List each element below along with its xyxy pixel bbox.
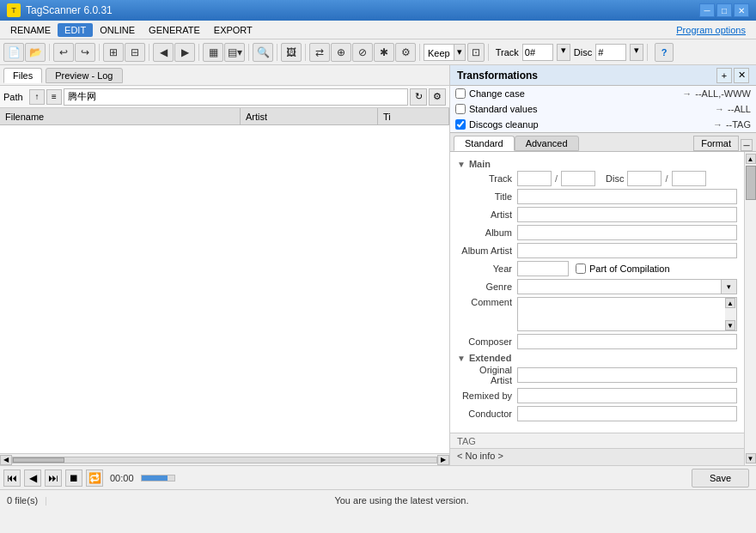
file-list[interactable]	[0, 125, 449, 453]
keep-dropdown-btn[interactable]: ▾	[454, 44, 466, 61]
path-input[interactable]	[64, 88, 408, 106]
menu-online[interactable]: ONLINE	[93, 23, 142, 37]
main-section-label: Main	[469, 159, 491, 169]
tab-preview-log[interactable]: Preview - Log	[46, 68, 122, 83]
genre-field-label: Genre	[457, 282, 517, 292]
path-settings-btn[interactable]: ⚙	[429, 88, 446, 106]
toolbar-btn-5b[interactable]: ▤▾	[224, 43, 245, 62]
artist-input[interactable]	[517, 207, 737, 222]
toolbar-prev-btn[interactable]: ◀	[153, 43, 174, 62]
menu-export[interactable]: EXPORT	[207, 23, 259, 37]
path-refresh-btn[interactable]: ↻	[410, 88, 427, 106]
toolbar-btn-6a[interactable]: ⇄	[309, 43, 330, 62]
h-scroll-thumb[interactable]	[13, 457, 64, 463]
toolbar-btn-3a[interactable]: ⊞	[103, 43, 124, 62]
tab-files[interactable]: Files	[3, 68, 42, 83]
toolbar-image-btn[interactable]: 🖼	[281, 43, 302, 62]
right-scroll-up-btn[interactable]: ▲	[746, 154, 756, 164]
toolbar-redo-btn[interactable]: ↪	[75, 43, 95, 62]
track-combo-btn[interactable]: ▾	[557, 44, 570, 61]
composer-input[interactable]	[517, 334, 737, 349]
disc-num-input[interactable]	[627, 171, 662, 186]
year-input[interactable]	[517, 261, 569, 276]
minimize-button[interactable]: ─	[699, 3, 715, 17]
h-scroll-right-btn[interactable]: ▶	[437, 455, 449, 465]
comment-field-label: Comment	[457, 297, 517, 307]
player-stop-btn[interactable]: ⏹	[65, 469, 82, 487]
right-scroll-thumb[interactable]	[746, 166, 756, 200]
trans-checkbox-1[interactable]	[455, 104, 466, 114]
remixed-by-input[interactable]	[517, 388, 737, 403]
volume-bar[interactable]	[141, 475, 175, 482]
track-field-row: Track / Disc /	[457, 171, 737, 186]
menu-rename[interactable]: RENAME	[3, 23, 58, 37]
toolbar-sep-8	[419, 44, 420, 61]
genre-input[interactable]	[517, 279, 722, 294]
title-input[interactable]	[517, 189, 737, 204]
format-button[interactable]: Format	[693, 136, 739, 151]
player-back-btn[interactable]: ◀	[24, 469, 41, 487]
toolbar-undo-btn[interactable]: ↩	[53, 43, 74, 62]
player-prev-btn[interactable]: ⏮	[3, 469, 21, 487]
menu-edit[interactable]: EDIT	[58, 23, 93, 37]
tag-tab-advanced[interactable]: Advanced	[515, 136, 579, 151]
comment-scroll-up[interactable]: ▲	[725, 298, 735, 308]
right-scroll-down-btn[interactable]: ▼	[746, 453, 756, 463]
path-up-btn[interactable]: ↑	[29, 89, 45, 105]
title-bar-controls: ─ □ ✕	[699, 3, 749, 17]
genre-dropdown-btn[interactable]: ▾	[722, 279, 737, 294]
path-nav-btn[interactable]: ≡	[46, 89, 62, 105]
player-repeat-btn[interactable]: 🔁	[86, 469, 103, 487]
toolbar-next-btn[interactable]: ▶	[174, 43, 195, 62]
close-button[interactable]: ✕	[734, 3, 749, 17]
toolbar-btn-6d[interactable]: ✱	[374, 43, 394, 62]
tag-minimize-btn[interactable]: ─	[741, 139, 753, 151]
app-title: TagScanner 6.0.31	[26, 4, 113, 16]
trans-checkbox-0[interactable]	[455, 88, 466, 99]
toolbar-btn-6c[interactable]: ⊘	[352, 43, 373, 62]
album-input[interactable]	[517, 225, 737, 240]
trans-checkbox-2[interactable]	[455, 119, 466, 130]
toolbar-btn-6e[interactable]: ⚙	[395, 43, 416, 62]
save-button[interactable]: Save	[692, 469, 749, 488]
disc-combo-btn[interactable]: ▾	[630, 44, 643, 61]
col-artist[interactable]: Artist	[241, 108, 378, 124]
player-forward-btn[interactable]: ⏭	[45, 469, 62, 487]
main-section-toggle[interactable]: ▼	[457, 160, 466, 169]
h-scroll-track[interactable]	[12, 457, 437, 463]
disc-total-input[interactable]	[672, 171, 706, 186]
tag-tab-standard[interactable]: Standard	[454, 136, 515, 151]
disc-input[interactable]	[595, 44, 626, 61]
menu-generate[interactable]: GENERATE	[142, 23, 207, 37]
maximize-button[interactable]: □	[716, 3, 732, 17]
col-title[interactable]: Ti	[378, 108, 449, 124]
artist-field-row: Artist	[457, 207, 737, 222]
extended-section-toggle[interactable]: ▼	[457, 354, 466, 363]
toolbar-btn-5a[interactable]: ▦	[203, 43, 223, 62]
trans-add-btn[interactable]: +	[716, 68, 732, 83]
trans-close-btn[interactable]: ✕	[734, 68, 749, 83]
toolbar-search-btn[interactable]: 🔍	[253, 43, 273, 62]
keep-select[interactable]: Keep	[424, 44, 454, 61]
toolbar-btn-keep-extra[interactable]: ⊡	[467, 43, 485, 62]
album-artist-input[interactable]	[517, 243, 737, 258]
toolbar-btn-6b[interactable]: ⊕	[331, 43, 351, 62]
toolbar-btn-3b[interactable]: ⊟	[125, 43, 145, 62]
toolbar-new-btn[interactable]: 📄	[3, 43, 24, 62]
help-button[interactable]: ?	[655, 43, 674, 62]
track-num-input[interactable]	[517, 171, 552, 186]
comment-scroll-down[interactable]: ▼	[725, 320, 735, 330]
col-filename[interactable]: Filename	[0, 108, 241, 124]
h-scroll-left-btn[interactable]: ◀	[0, 455, 12, 465]
horizontal-scrollbar[interactable]: ◀ ▶	[0, 453, 449, 465]
toolbar-open-btn[interactable]: 📂	[25, 43, 46, 62]
track-total-input[interactable]	[561, 171, 595, 186]
original-artist-input[interactable]	[517, 367, 737, 383]
conductor-input[interactable]	[517, 406, 737, 421]
compilation-checkbox[interactable]	[576, 263, 586, 274]
program-options-button[interactable]: Program options	[669, 23, 753, 37]
comment-textarea[interactable]	[517, 297, 725, 331]
comment-scrollbar[interactable]: ▲ ▼	[725, 297, 737, 331]
track-input[interactable]	[522, 44, 553, 61]
toolbar-sep-10	[647, 44, 648, 61]
